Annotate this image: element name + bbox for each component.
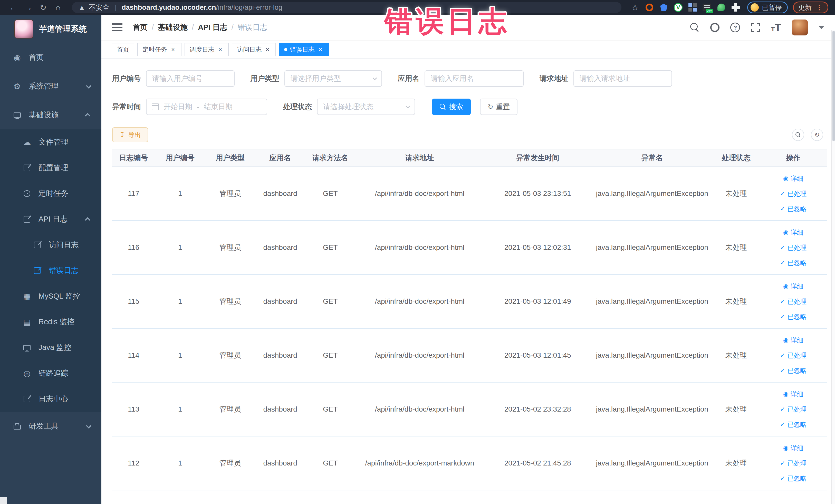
date-range-picker[interactable]: 开始日期 - 结束日期 bbox=[146, 99, 267, 115]
sidebar-item-dev-tools[interactable]: 研发工具 bbox=[0, 412, 101, 441]
request-url-input[interactable] bbox=[573, 70, 672, 87]
action-processed-link[interactable]: ✓已处理 bbox=[780, 351, 807, 360]
search-toggle-button[interactable] bbox=[792, 129, 804, 141]
tab-error-log[interactable]: 错误日志× bbox=[279, 43, 329, 56]
extension-leaf-icon[interactable] bbox=[717, 3, 726, 12]
close-icon[interactable]: × bbox=[217, 46, 224, 53]
action-ignored-link[interactable]: ✓已忽略 bbox=[780, 259, 807, 267]
action-ignored-link[interactable]: ✓已忽略 bbox=[780, 420, 807, 429]
action-ignored-link[interactable]: ✓已忽略 bbox=[780, 474, 807, 483]
breadcrumb-item[interactable]: 首页 bbox=[133, 22, 148, 33]
sidebar-item-infrastructure[interactable]: 基础设施 bbox=[0, 101, 101, 129]
reset-button[interactable]: ↻ 重置 bbox=[480, 99, 517, 115]
refresh-button[interactable]: ↻ bbox=[811, 129, 823, 141]
browser-home-icon[interactable]: ⌂ bbox=[51, 0, 65, 15]
sidebar-item-trace[interactable]: ◎链路追踪 bbox=[0, 361, 101, 386]
sidebar-item-scheduled-jobs[interactable]: 定时任务 bbox=[0, 181, 101, 206]
breadcrumb: 首页/基础设施/API 日志/错误日志 bbox=[133, 22, 267, 33]
sidebar-item-error-log[interactable]: 错误日志 bbox=[0, 258, 101, 283]
browser-forward-icon[interactable]: → bbox=[22, 0, 35, 15]
sidebar-item-file-management[interactable]: ☁文件管理 bbox=[0, 129, 101, 155]
user-type-select[interactable]: 请选择用户类型 bbox=[284, 70, 382, 87]
breadcrumb-item[interactable]: API 日志 bbox=[198, 22, 227, 33]
check-icon: ✓ bbox=[780, 205, 785, 212]
sidebar-item-home[interactable]: ◉首页 bbox=[0, 43, 101, 72]
search-button[interactable]: 搜索 bbox=[432, 99, 471, 115]
sidebar-item-config-management[interactable]: 配置管理 bbox=[0, 155, 101, 181]
page-url[interactable]: dashboard.yudao.iocoder.cn/infra/log/api… bbox=[122, 4, 282, 12]
breadcrumb-item[interactable]: 基础设施 bbox=[158, 22, 188, 33]
sidebar-item-log-center[interactable]: 日志中心 bbox=[0, 386, 101, 412]
cell-status: 未处理 bbox=[713, 458, 759, 468]
fullscreen-icon[interactable] bbox=[751, 23, 760, 32]
extension-onoff-icon[interactable]: off bbox=[702, 3, 712, 12]
sidebar-item-mysql-monitor[interactable]: ▦MySQL 监控 bbox=[0, 283, 101, 309]
address-bar[interactable]: ▲ 不安全 | dashboard.yudao.iocoder.cn/infra… bbox=[72, 2, 622, 13]
action-processed-link[interactable]: ✓已处理 bbox=[780, 405, 807, 414]
font-size-icon[interactable]: TT bbox=[771, 22, 781, 33]
export-button-label: 导出 bbox=[128, 131, 141, 139]
cell-user-type: 管理员 bbox=[205, 404, 255, 414]
sidebar-item-java-monitor[interactable]: Java 监控 bbox=[0, 335, 101, 361]
process-status-select[interactable]: 请选择处理状态 bbox=[317, 99, 415, 115]
action-processed-link[interactable]: ✓已处理 bbox=[780, 459, 807, 467]
user-menu-caret-icon[interactable] bbox=[819, 26, 824, 29]
close-icon[interactable]: × bbox=[317, 46, 324, 53]
help-icon[interactable]: ? bbox=[730, 23, 740, 32]
sidebar-item-system-management[interactable]: ⚙系统管理 bbox=[0, 72, 101, 101]
sidebar-collapse-hamburger-icon[interactable] bbox=[112, 23, 122, 32]
browser-reload-icon[interactable]: ↻ bbox=[37, 0, 50, 15]
action-ignored-link[interactable]: ✓已忽略 bbox=[780, 366, 807, 375]
extension-orange-icon[interactable] bbox=[645, 3, 654, 12]
close-icon[interactable]: × bbox=[264, 46, 271, 53]
tab-scheduled-jobs[interactable]: 定时任务× bbox=[137, 43, 182, 56]
export-button[interactable]: ↧ 导出 bbox=[112, 127, 148, 142]
action-processed-link[interactable]: ✓已处理 bbox=[780, 297, 807, 306]
update-button[interactable]: 更新 ⋮ bbox=[793, 2, 828, 13]
extension-green-v-icon[interactable]: V bbox=[674, 3, 683, 12]
github-icon[interactable] bbox=[710, 23, 719, 32]
sidebar-item-label: 研发工具 bbox=[29, 421, 59, 431]
tab-label: 访问日志 bbox=[237, 45, 262, 54]
action-processed-link[interactable]: ✓已处理 bbox=[780, 243, 807, 252]
user-id-input[interactable] bbox=[146, 70, 235, 87]
app-name-input[interactable] bbox=[425, 70, 524, 87]
action-detail-link[interactable]: ◉详细 bbox=[783, 174, 803, 183]
bookmark-star-icon[interactable]: ☆ bbox=[630, 3, 640, 12]
scrollbar-thumb[interactable] bbox=[832, 31, 835, 141]
cell-user-id: 1 bbox=[155, 459, 205, 467]
url-host: dashboard.yudao.iocoder.cn bbox=[122, 4, 216, 11]
action-processed-link[interactable]: ✓已处理 bbox=[780, 189, 807, 198]
table-row: 1131管理员dashboardGET/api/infra/db-doc/exp… bbox=[112, 383, 827, 437]
header-search-icon[interactable] bbox=[690, 23, 699, 32]
refresh-icon: ↻ bbox=[814, 132, 820, 138]
action-detail-link[interactable]: ◉详细 bbox=[783, 444, 803, 452]
action-detail-link[interactable]: ◉详细 bbox=[783, 390, 803, 399]
app-logo[interactable]: 芋道管理系统 bbox=[0, 15, 101, 43]
close-icon[interactable]: × bbox=[170, 46, 176, 53]
sidebar-item-access-log[interactable]: 访问日志 bbox=[0, 232, 101, 258]
extension-grid-icon[interactable] bbox=[688, 3, 697, 12]
action-ignored-link[interactable]: ✓已忽略 bbox=[780, 205, 807, 213]
page-scrollbar[interactable] bbox=[831, 30, 835, 504]
chevron-down-icon bbox=[406, 104, 410, 108]
browser-menu-kebab-icon[interactable]: ⋮ bbox=[816, 3, 823, 12]
paused-badge[interactable]: 已暂停 bbox=[747, 2, 788, 13]
browser-back-icon[interactable]: ← bbox=[7, 0, 20, 15]
security-label[interactable]: 不安全 bbox=[89, 3, 109, 12]
cell-method: GET bbox=[305, 405, 355, 414]
sidebar-item-redis-monitor[interactable]: ▤Redis 监控 bbox=[0, 309, 101, 335]
sidebar-item-api-log[interactable]: API 日志 bbox=[0, 206, 101, 232]
action-detail-link[interactable]: ◉详细 bbox=[783, 282, 803, 291]
tab-access-log[interactable]: 访问日志× bbox=[232, 43, 276, 56]
tab-home[interactable]: 首页 bbox=[111, 43, 134, 56]
user-avatar[interactable] bbox=[792, 20, 808, 36]
action-detail-link[interactable]: ◉详细 bbox=[783, 228, 803, 237]
gear-icon: ⚙ bbox=[11, 82, 24, 91]
cell-id: 112 bbox=[112, 459, 155, 467]
action-ignored-link[interactable]: ✓已忽略 bbox=[780, 313, 807, 321]
tab-job-log[interactable]: 调度日志× bbox=[185, 43, 229, 56]
extension-shield-icon[interactable] bbox=[659, 3, 668, 12]
action-detail-link[interactable]: ◉详细 bbox=[783, 336, 803, 345]
extensions-puzzle-icon[interactable] bbox=[731, 3, 740, 12]
